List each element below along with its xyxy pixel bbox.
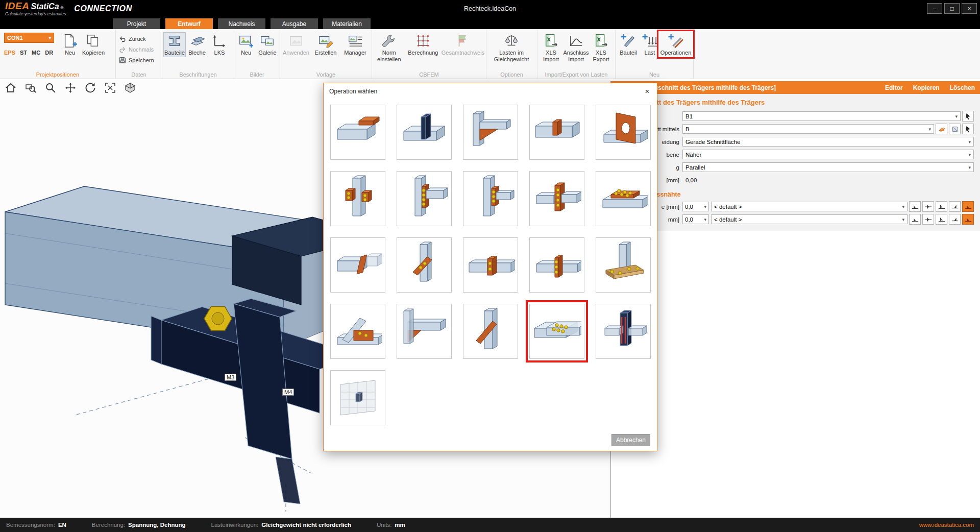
labels-lcs-button[interactable]: LKS bbox=[208, 32, 231, 57]
gusset-plate-thumbnail[interactable] bbox=[397, 237, 452, 293]
section-option-button[interactable] bbox=[949, 124, 961, 134]
tab-projekt[interactable]: Projekt bbox=[113, 18, 160, 29]
plate-option-button[interactable] bbox=[936, 124, 947, 134]
end-plate-thumbnail[interactable] bbox=[397, 171, 452, 226]
xls-import-button[interactable]: XLS Import bbox=[538, 32, 564, 63]
cancel-button[interactable]: Abbrechen bbox=[611, 434, 650, 446]
new-load-button[interactable]: Last bbox=[640, 32, 659, 57]
weld-type-button[interactable] bbox=[922, 214, 934, 225]
cursor-icon bbox=[965, 113, 972, 120]
workplane-thumbnail[interactable] bbox=[330, 370, 385, 425]
tab-ausgabe[interactable]: Ausgabe bbox=[271, 18, 318, 29]
template-manager-button[interactable]: Manager bbox=[340, 32, 370, 57]
weld-type-button[interactable] bbox=[949, 214, 961, 225]
weld-material-select[interactable]: < default > ▾ bbox=[711, 202, 908, 211]
weld-material-select[interactable]: < default > ▾ bbox=[711, 214, 908, 224]
type-mc[interactable]: MC bbox=[32, 50, 40, 56]
plate-with-opening-thumbnail[interactable] bbox=[596, 105, 651, 160]
weld-type-button[interactable] bbox=[909, 214, 921, 225]
group-projektpositionen: CON1 ▾ EPS ST MC DR Neu Kopieren Projekt… bbox=[0, 29, 116, 79]
solid-view-icon[interactable] bbox=[125, 82, 136, 93]
haunch-bottom-thumbnail[interactable] bbox=[397, 304, 452, 359]
dialog-close-icon[interactable]: × bbox=[642, 86, 652, 96]
new-item-button[interactable]: Neu bbox=[58, 32, 82, 57]
rotate-icon[interactable] bbox=[85, 82, 96, 93]
weld-row: e [mm] 0,0 ▾ < default > ▾ bbox=[611, 200, 980, 213]
new-member-button[interactable]: Bauteil bbox=[617, 32, 640, 57]
fin-plate-thumbnail[interactable] bbox=[463, 171, 518, 226]
cleat-thumbnail[interactable] bbox=[330, 171, 385, 226]
connection-import-button[interactable]: Anschluss Import bbox=[564, 32, 589, 63]
gallery-button[interactable]: Galerie bbox=[257, 32, 278, 57]
zoom-icon[interactable] bbox=[45, 82, 56, 93]
weld-size-input[interactable]: 0,0 ▾ bbox=[682, 202, 709, 211]
template-apply-button[interactable]: Anwenden bbox=[281, 32, 311, 57]
weld-type-button[interactable] bbox=[936, 214, 947, 225]
tab-entwurf[interactable]: Entwurf bbox=[165, 18, 213, 29]
website-link[interactable]: www.ideastatica.com bbox=[919, 522, 974, 528]
stiffener-thumbnail[interactable] bbox=[529, 105, 584, 160]
offset-value[interactable]: 0,00 bbox=[682, 177, 697, 183]
labels-plates-button[interactable]: Bleche bbox=[186, 32, 208, 57]
weld-type-button[interactable] bbox=[922, 201, 934, 212]
type-eps[interactable]: EPS bbox=[4, 50, 15, 56]
minimize-button[interactable]: – bbox=[927, 3, 942, 14]
new-picture-button[interactable]: Neu bbox=[235, 32, 257, 57]
plane-select[interactable]: Näher ▾ bbox=[682, 150, 974, 159]
weld-active-button[interactable] bbox=[962, 201, 974, 212]
stub-thumbnail[interactable] bbox=[529, 171, 584, 226]
new-operation-button[interactable]: Operationen bbox=[659, 32, 692, 57]
type-st[interactable]: ST bbox=[20, 50, 27, 56]
pick-member-button[interactable] bbox=[962, 111, 974, 122]
weld-size-input[interactable]: 0,0 ▾ bbox=[682, 214, 709, 224]
close-button[interactable]: × bbox=[962, 3, 977, 14]
zoom-all-icon[interactable] bbox=[105, 82, 116, 93]
logo-idea-text: IDEA bbox=[5, 1, 29, 11]
cutting-member-select[interactable]: B ▾ bbox=[682, 124, 934, 134]
xls-export-button[interactable]: XLS Export bbox=[589, 32, 614, 63]
modified-member-select[interactable]: B1 ▾ bbox=[682, 111, 961, 121]
loads-in-equilibrium-button[interactable]: Lasten im Gleichgewicht bbox=[487, 32, 535, 63]
labels-members-button[interactable]: Bauteile bbox=[163, 32, 186, 57]
cut-by-plate-thumbnail[interactable] bbox=[397, 105, 452, 160]
connecting-plate-with-bolts-thumbnail[interactable] bbox=[529, 304, 584, 359]
diagonal-stiffener-thumbnail[interactable] bbox=[463, 304, 518, 359]
copy-item-button[interactable]: Kopieren bbox=[82, 32, 105, 57]
weld-active-button[interactable] bbox=[962, 214, 974, 225]
bolted-end-plates-thumbnail[interactable] bbox=[529, 237, 584, 293]
copy-operation-button[interactable]: Kopieren bbox=[913, 84, 940, 91]
home-view-icon[interactable] bbox=[5, 82, 16, 93]
weld-thumbnail[interactable] bbox=[596, 304, 651, 359]
save-button[interactable]: Speichern bbox=[117, 55, 156, 65]
template-create-button[interactable]: Erstellen bbox=[311, 32, 340, 57]
redo-button[interactable]: Nochmals bbox=[117, 44, 156, 54]
zoom-window-icon[interactable] bbox=[25, 82, 36, 93]
cut-type-select[interactable]: Gerade Schnittfläche ▾ bbox=[682, 137, 974, 147]
base-plate-thumbnail[interactable] bbox=[596, 237, 651, 293]
type-dr[interactable]: DR bbox=[45, 50, 53, 56]
maximize-button[interactable]: □ bbox=[944, 3, 960, 14]
widener-thumbnail[interactable] bbox=[330, 105, 385, 160]
tab-materialien[interactable]: Materialien bbox=[323, 18, 371, 29]
connection-selector[interactable]: CON1 ▾ bbox=[4, 33, 54, 43]
brace-gusset-thumbnail[interactable] bbox=[330, 304, 385, 359]
pan-icon[interactable] bbox=[65, 82, 76, 93]
tab-nachweis[interactable]: Nachweis bbox=[218, 18, 265, 29]
pick-cutting-member-button[interactable] bbox=[962, 124, 974, 134]
splice-thumbnail[interactable] bbox=[463, 237, 518, 293]
code-setup-button[interactable]: Norm einstellen bbox=[373, 32, 405, 63]
group-label-projektpositionen: Projektpositionen bbox=[0, 71, 115, 78]
axes-icon bbox=[212, 33, 227, 49]
undo-button[interactable]: Zurück bbox=[117, 34, 156, 43]
beam-cut-thumbnail[interactable] bbox=[330, 237, 385, 293]
weld-type-button[interactable] bbox=[909, 201, 921, 212]
editor-button[interactable]: Editor bbox=[885, 84, 903, 91]
weld-type-button[interactable] bbox=[949, 201, 961, 212]
haunch-thumbnail[interactable] bbox=[463, 105, 518, 160]
direction-select[interactable]: Parallel ▾ bbox=[682, 162, 974, 172]
calculation-button[interactable]: Berechnung bbox=[405, 32, 441, 57]
overall-check-button[interactable]: Gesamtnachweis bbox=[441, 32, 485, 57]
delete-operation-button[interactable]: Löschen bbox=[950, 84, 975, 91]
weld-type-button[interactable] bbox=[936, 201, 947, 212]
splice-plate-thumbnail[interactable] bbox=[596, 171, 651, 226]
